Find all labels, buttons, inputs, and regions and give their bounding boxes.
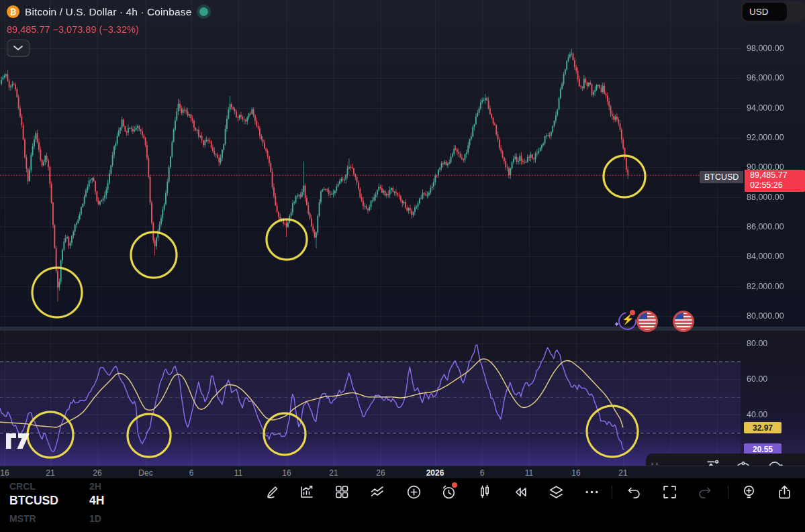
- rsi-axis-label: 40.00: [747, 410, 767, 419]
- price-change-line: 89,485.77 −3,073.89 (−3.32%): [7, 24, 139, 35]
- redo-icon: [697, 484, 713, 500]
- interval-picker-prev[interactable]: 2H: [89, 481, 101, 492]
- time-axis-label: 16: [282, 468, 291, 478]
- candles-icon: [477, 484, 493, 500]
- indicators-button[interactable]: [297, 482, 316, 501]
- tradingview-chart-app: ₿ Bitcoin / U.S. Dollar · 4h · Coinbase …: [0, 0, 805, 532]
- draw-button[interactable]: [264, 482, 283, 501]
- us-economic-event-icon[interactable]: [636, 311, 658, 332]
- pencil-icon: [265, 484, 281, 500]
- grid-layout-icon: [334, 484, 350, 500]
- symbol-picker-current[interactable]: BTCUSD: [9, 494, 58, 508]
- undo-icon: [626, 484, 642, 500]
- time-axis-label: 21: [46, 468, 54, 478]
- price-axis-label: 96,000.00: [747, 73, 784, 83]
- symbol-picker-prev[interactable]: CRCL: [9, 481, 36, 492]
- time-axis-label: 6: [480, 468, 485, 478]
- toolbar-divider: [728, 486, 728, 499]
- chart-header: ₿ Bitcoin / U.S. Dollar · 4h · Coinbase: [7, 5, 208, 18]
- tradingview-logo: [5, 432, 32, 453]
- alerts-button[interactable]: [439, 482, 458, 501]
- share-icon: [776, 484, 793, 500]
- currency-label: USD: [749, 7, 769, 17]
- object-tree-button[interactable]: [547, 482, 565, 501]
- fullscreen-button[interactable]: [660, 482, 679, 501]
- change-text: −3,073.89 (−3.32%): [53, 24, 139, 35]
- price-axis-label: 94,000.00: [747, 103, 784, 113]
- rsi-axis-label: 60.00: [747, 374, 767, 384]
- time-axis-label: 21: [329, 468, 338, 478]
- price-axis-label: 98,000.00: [747, 44, 784, 53]
- chart-canvas[interactable]: [0, 0, 805, 466]
- price-axis-label: 84,000.00: [747, 252, 784, 261]
- bottom-toolbar: CRCL BTCUSD MSTR 2H 4H 1D ☽: [0, 478, 805, 532]
- time-axis-label: 11: [234, 468, 242, 478]
- time-axis-label: 16: [571, 468, 580, 478]
- time-axis-label: 6: [189, 468, 194, 478]
- layers-icon: [548, 484, 565, 500]
- time-axis-label: 26: [93, 468, 101, 478]
- collapse-legend-button[interactable]: [7, 40, 30, 57]
- price-axis-label: 92,000.00: [747, 133, 784, 142]
- ellipsis-icon: [583, 484, 600, 500]
- alert-badge: [452, 482, 457, 488]
- indicators-chart-icon: [299, 484, 315, 500]
- price-axis-label: 88,000.00: [747, 193, 784, 202]
- bar-replay-button[interactable]: [511, 482, 530, 501]
- add-button[interactable]: [404, 482, 423, 501]
- interval-picker-next[interactable]: 1D: [89, 513, 101, 524]
- time-axis-label: 11: [525, 468, 533, 478]
- toolbar-divider: [612, 486, 612, 499]
- compare-button[interactable]: [368, 482, 387, 501]
- rsi-ma-value-label: 32.97: [744, 422, 782, 433]
- last-price-text: 89,485.77: [7, 24, 50, 35]
- fullscreen-icon: [661, 484, 678, 500]
- chevron-down-icon: [13, 46, 23, 51]
- time-axis-label: 2026: [426, 468, 444, 478]
- price-axis-label: 82,000.00: [747, 282, 784, 291]
- plus-circle-icon: [406, 484, 422, 500]
- layouts-button[interactable]: [332, 482, 351, 501]
- time-axis-label: 21: [618, 468, 627, 478]
- time-axis-label: 26: [376, 468, 385, 478]
- compare-lines-icon: [369, 484, 385, 500]
- chart-type-button[interactable]: [475, 482, 494, 501]
- symbol-title[interactable]: Bitcoin / U.S. Dollar · 4h · Coinbase: [25, 6, 191, 18]
- bar-countdown: 02:55:26: [750, 180, 805, 191]
- price-axis-label: 90,000.00: [747, 162, 784, 172]
- symbol-chip-label: BTCUSD: [704, 172, 739, 182]
- rewind-icon: [512, 484, 529, 500]
- event-red-dot: [630, 310, 635, 315]
- last-price-label: 89,485.77 02:55:26: [745, 170, 805, 192]
- price-axis-label: 80,000.00: [747, 311, 784, 321]
- us-economic-event-icon[interactable]: [673, 311, 694, 332]
- interval-picker-current[interactable]: 4H: [89, 494, 104, 508]
- time-axis-label: 16: [0, 468, 9, 478]
- undo-button[interactable]: [624, 482, 643, 501]
- more-button[interactable]: [582, 482, 601, 501]
- rsi-axis-label: 80.00: [747, 339, 767, 348]
- currency-tab[interactable]: USD: [743, 3, 787, 21]
- lightbulb-plus-icon: [741, 484, 757, 500]
- price-axis-label: 86,000.00: [747, 222, 784, 231]
- redo-button[interactable]: [696, 482, 714, 501]
- symbol-picker-next[interactable]: MSTR: [9, 513, 36, 524]
- time-axis-label: Dec: [138, 468, 152, 478]
- last-price-symbol-chip: BTCUSD: [700, 171, 743, 183]
- bitcoin-icon: ₿: [7, 5, 19, 18]
- economic-event-ai-icon[interactable]: ⚡ ✦: [614, 310, 636, 331]
- market-status-dot[interactable]: [199, 7, 208, 16]
- share-button[interactable]: [775, 482, 794, 501]
- ideas-button[interactable]: [739, 482, 758, 501]
- sparkle-icon: ✦: [614, 320, 620, 329]
